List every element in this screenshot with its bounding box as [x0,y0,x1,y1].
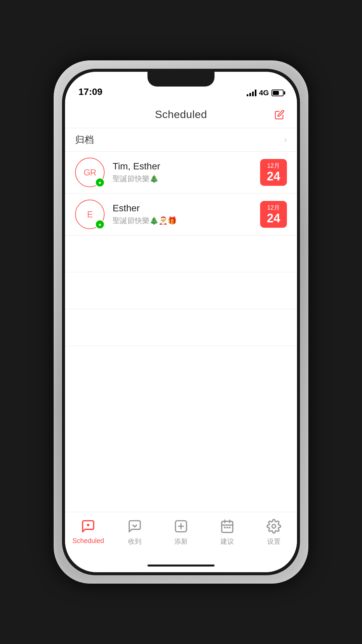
line-icon: ● [99,180,101,185]
tab-inbox-label: 收到 [128,537,141,546]
message-preview: 聖誕節快樂🎄 [113,174,255,184]
suggest-icon [219,518,236,535]
home-indicator [65,559,297,572]
add-icon [172,518,190,535]
signal-bar-3 [252,92,254,96]
svg-point-0 [87,524,89,526]
scheduled-icon [79,518,97,535]
signal-bars [247,90,256,96]
avatar-wrapper: E ● [75,200,105,229]
message-preview: 聖誕節快樂🎄🎅🎁 [113,216,255,226]
status-icons: 4G [247,89,284,97]
phone-inner: 17:09 4G Sch [62,69,300,575]
line-badge: ● [95,178,105,187]
signal-bar-1 [247,94,248,96]
message-list: GR ● Tim, Esther 聖誕節快樂🎄 12月 24 [65,152,297,512]
line-badge: ● [95,220,105,229]
contact-name: Esther [113,203,255,214]
battery-fill [273,91,279,95]
status-time: 17:09 [78,87,247,97]
home-bar [147,565,215,567]
date-badge: 12月 24 [260,201,287,228]
chevron-right-icon: › [284,135,287,145]
date-day: 24 [267,170,280,183]
app-content: Scheduled 归档 › [65,101,297,572]
header: Scheduled [65,101,297,128]
avatar-initials: GR [84,167,96,178]
line-icon: ● [99,222,101,227]
screen: 17:09 4G Sch [65,72,297,572]
notch [147,72,215,87]
battery-icon [272,90,284,96]
tab-add[interactable]: 添新 [158,518,204,546]
message-content: Esther 聖誕節快樂🎄🎅🎁 [113,203,255,226]
edit-button[interactable] [272,107,287,122]
signal-bar-4 [255,90,256,96]
tab-inbox[interactable]: 收到 [111,518,158,546]
archive-label: 归档 [75,133,284,146]
svg-point-11 [272,525,276,528]
list-item[interactable]: E ● Esther 聖誕節快樂🎄🎅🎁 12月 24 [65,194,297,235]
inbox-icon [126,518,143,535]
tab-suggest[interactable]: 建议 [204,518,250,546]
tab-suggest-label: 建议 [221,537,234,546]
signal-bar-2 [249,93,251,96]
message-content: Tim, Esther 聖誕節快樂🎄 [113,161,255,184]
phone-frame: 17:09 4G Sch [54,60,308,584]
contact-name: Tim, Esther [113,161,255,172]
empty-row-1 [65,235,297,272]
date-month: 12月 [267,204,280,212]
tab-scheduled[interactable]: Scheduled [65,518,111,545]
page-title: Scheduled [155,108,207,121]
empty-row-3 [65,309,297,346]
list-item[interactable]: GR ● Tim, Esther 聖誕節快樂🎄 12月 24 [65,152,297,194]
network-type: 4G [259,89,269,97]
tab-scheduled-label: Scheduled [72,537,104,545]
tab-bar: Scheduled 收到 [65,512,297,559]
avatar-initials: E [87,209,93,220]
empty-row-2 [65,272,297,309]
avatar-wrapper: GR ● [75,158,105,187]
settings-icon [265,518,283,535]
status-bar: 17:09 4G [65,72,297,101]
archive-row[interactable]: 归档 › [65,128,297,152]
date-day: 24 [267,212,280,225]
tab-settings-label: 设置 [267,537,281,546]
tab-add-label: 添新 [174,537,188,546]
date-badge: 12月 24 [260,159,287,186]
tab-settings[interactable]: 设置 [251,518,297,546]
date-month: 12月 [267,162,280,170]
